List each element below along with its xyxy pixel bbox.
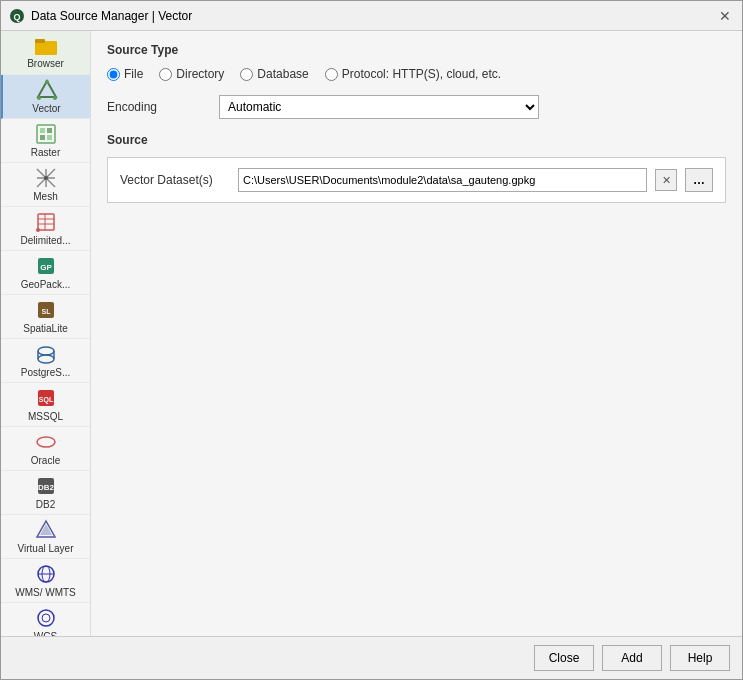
virtual-layer-label: Virtual Layer (18, 543, 74, 555)
encoding-row: Encoding Automatic UTF-8 Latin-1 ASCII (107, 95, 726, 119)
svg-point-30 (38, 355, 54, 363)
browser-label: Browser (27, 58, 64, 70)
svg-point-41 (38, 610, 54, 626)
bottom-bar: Close Add Help (1, 636, 742, 679)
sidebar-item-browser[interactable]: Browser (1, 31, 90, 75)
virtual-layer-icon (34, 519, 58, 541)
folder-icon (34, 36, 58, 56)
db2-label: DB2 (36, 499, 55, 511)
sidebar-item-geopackage[interactable]: GP GeoPack... (1, 251, 90, 295)
geopackage-icon: GP (34, 255, 58, 277)
svg-rect-18 (38, 214, 54, 230)
mssql-icon: SQL (34, 387, 58, 409)
spatialite-label: SpatiaLite (23, 323, 67, 335)
radio-file[interactable]: File (107, 67, 143, 81)
svg-text:SQL: SQL (38, 396, 53, 404)
vector-label: Vector (32, 103, 60, 115)
title-bar-left: Q Data Source Manager | Vector (9, 8, 192, 24)
sidebar-item-wms[interactable]: WMS/ WMTS (1, 559, 90, 603)
radio-file-label: File (124, 67, 143, 81)
radio-protocol[interactable]: Protocol: HTTP(S), cloud, etc. (325, 67, 501, 81)
sidebar-item-virtual-layer[interactable]: Virtual Layer (1, 515, 90, 559)
svg-point-42 (42, 614, 50, 622)
postgresql-icon (34, 343, 58, 365)
oracle-icon (34, 431, 58, 453)
svg-rect-11 (40, 135, 45, 140)
content-area: Source Type File Directory Database (91, 31, 742, 636)
wms-label: WMS/ WMTS (15, 587, 76, 599)
svg-point-6 (45, 80, 49, 84)
svg-rect-3 (35, 39, 45, 43)
radio-database-label: Database (257, 67, 308, 81)
browse-button[interactable]: … (685, 168, 713, 192)
mssql-label: MSSQL (28, 411, 63, 423)
close-icon[interactable]: ✕ (716, 7, 734, 25)
postgresql-label: PostgreS... (21, 367, 70, 379)
encoding-select[interactable]: Automatic UTF-8 Latin-1 ASCII (219, 95, 539, 119)
vector-dataset-label: Vector Dataset(s) (120, 173, 230, 187)
sidebar-item-mssql[interactable]: SQL MSSQL (1, 383, 90, 427)
svg-rect-8 (37, 125, 55, 143)
radio-protocol-label: Protocol: HTTP(S), cloud, etc. (342, 67, 501, 81)
sidebar-item-db2[interactable]: DB2 DB2 (1, 471, 90, 515)
svg-rect-10 (47, 128, 52, 133)
vector-icon (35, 79, 59, 101)
svg-rect-2 (35, 41, 57, 55)
source-type-title: Source Type (107, 43, 726, 57)
delimited-label: Delimited... (20, 235, 70, 247)
delimited-icon (34, 211, 58, 233)
sidebar-item-vector[interactable]: Vector (1, 75, 90, 119)
geopackage-label: GeoPack... (21, 279, 70, 291)
radio-directory[interactable]: Directory (159, 67, 224, 81)
svg-text:GP: GP (40, 263, 52, 272)
sidebar-item-delimited[interactable]: Delimited... (1, 207, 90, 251)
add-button[interactable]: Add (602, 645, 662, 671)
wms-icon (34, 563, 58, 585)
svg-rect-12 (47, 135, 52, 140)
title-bar-text: Data Source Manager | Vector (31, 9, 192, 23)
clear-button[interactable]: ✕ (655, 169, 677, 191)
vector-dataset-row: Vector Dataset(s) ✕ … (120, 168, 713, 192)
sidebar-item-raster[interactable]: Raster (1, 119, 90, 163)
svg-point-17 (44, 176, 48, 180)
db2-icon: DB2 (34, 475, 58, 497)
radio-group: File Directory Database Protocol: HTTP(S… (107, 67, 726, 81)
oracle-label: Oracle (31, 455, 60, 467)
title-bar: Q Data Source Manager | Vector ✕ (1, 1, 742, 31)
sidebar-item-oracle[interactable]: Oracle (1, 427, 90, 471)
main-content: Browser Vector (1, 31, 742, 636)
help-button[interactable]: Help (670, 645, 730, 671)
svg-point-7 (53, 96, 57, 100)
vector-dataset-input[interactable] (238, 168, 647, 192)
source-section-title: Source (107, 133, 726, 147)
radio-directory-label: Directory (176, 67, 224, 81)
raster-icon (34, 123, 58, 145)
main-window: Q Data Source Manager | Vector ✕ Browser (0, 0, 743, 680)
spatialite-icon: SL (34, 299, 58, 321)
sidebar-item-wcs[interactable]: WCS (1, 603, 90, 636)
close-button[interactable]: Close (534, 645, 594, 671)
qgis-icon: Q (9, 8, 25, 24)
svg-point-27 (38, 347, 54, 355)
encoding-label: Encoding (107, 100, 207, 114)
svg-point-5 (37, 96, 41, 100)
mesh-label: Mesh (33, 191, 57, 203)
svg-rect-9 (40, 128, 45, 133)
sidebar-item-postgresql[interactable]: PostgreS... (1, 339, 90, 383)
mesh-icon (34, 167, 58, 189)
svg-point-22 (36, 228, 40, 232)
radio-database[interactable]: Database (240, 67, 308, 81)
sidebar-item-mesh[interactable]: Mesh (1, 163, 90, 207)
sidebar: Browser Vector (1, 31, 91, 636)
svg-text:DB2: DB2 (37, 483, 54, 492)
raster-label: Raster (31, 147, 60, 159)
svg-text:SL: SL (41, 308, 51, 315)
source-box: Vector Dataset(s) ✕ … (107, 157, 726, 203)
svg-text:Q: Q (13, 12, 20, 22)
source-type-section: Source Type File Directory Database (107, 43, 726, 119)
wcs-icon (34, 607, 58, 629)
sidebar-item-spatialite[interactable]: SL SpatiaLite (1, 295, 90, 339)
source-section: Source Vector Dataset(s) ✕ … (107, 133, 726, 203)
svg-point-33 (37, 437, 55, 447)
